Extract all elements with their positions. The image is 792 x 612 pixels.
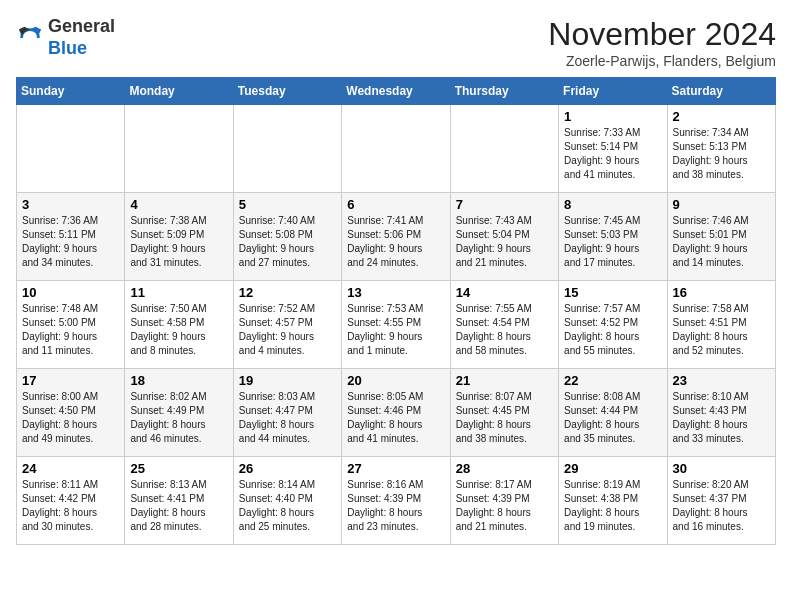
calendar-cell: 6Sunrise: 7:41 AM Sunset: 5:06 PM Daylig… bbox=[342, 193, 450, 281]
day-info: Sunrise: 7:40 AM Sunset: 5:08 PM Dayligh… bbox=[239, 214, 336, 270]
day-number: 23 bbox=[673, 373, 770, 388]
day-number: 11 bbox=[130, 285, 227, 300]
day-number: 24 bbox=[22, 461, 119, 476]
calendar-cell: 10Sunrise: 7:48 AM Sunset: 5:00 PM Dayli… bbox=[17, 281, 125, 369]
day-info: Sunrise: 8:11 AM Sunset: 4:42 PM Dayligh… bbox=[22, 478, 119, 534]
calendar-cell: 21Sunrise: 8:07 AM Sunset: 4:45 PM Dayli… bbox=[450, 369, 558, 457]
day-number: 22 bbox=[564, 373, 661, 388]
day-of-week-header: Sunday bbox=[17, 78, 125, 105]
calendar-cell bbox=[125, 105, 233, 193]
day-of-week-header: Tuesday bbox=[233, 78, 341, 105]
calendar-cell: 30Sunrise: 8:20 AM Sunset: 4:37 PM Dayli… bbox=[667, 457, 775, 545]
day-info: Sunrise: 7:48 AM Sunset: 5:00 PM Dayligh… bbox=[22, 302, 119, 358]
logo: General Blue bbox=[16, 16, 115, 59]
calendar-cell: 16Sunrise: 7:58 AM Sunset: 4:51 PM Dayli… bbox=[667, 281, 775, 369]
calendar-cell: 9Sunrise: 7:46 AM Sunset: 5:01 PM Daylig… bbox=[667, 193, 775, 281]
day-number: 8 bbox=[564, 197, 661, 212]
calendar-cell: 8Sunrise: 7:45 AM Sunset: 5:03 PM Daylig… bbox=[559, 193, 667, 281]
day-number: 13 bbox=[347, 285, 444, 300]
day-number: 29 bbox=[564, 461, 661, 476]
calendar-cell: 15Sunrise: 7:57 AM Sunset: 4:52 PM Dayli… bbox=[559, 281, 667, 369]
day-number: 16 bbox=[673, 285, 770, 300]
page-header: General Blue November 2024 Zoerle-Parwij… bbox=[16, 16, 776, 69]
location: Zoerle-Parwijs, Flanders, Belgium bbox=[548, 53, 776, 69]
calendar-cell: 22Sunrise: 8:08 AM Sunset: 4:44 PM Dayli… bbox=[559, 369, 667, 457]
day-number: 6 bbox=[347, 197, 444, 212]
day-number: 4 bbox=[130, 197, 227, 212]
calendar-cell bbox=[342, 105, 450, 193]
calendar-cell: 28Sunrise: 8:17 AM Sunset: 4:39 PM Dayli… bbox=[450, 457, 558, 545]
calendar-cell bbox=[17, 105, 125, 193]
day-number: 7 bbox=[456, 197, 553, 212]
calendar-cell: 7Sunrise: 7:43 AM Sunset: 5:04 PM Daylig… bbox=[450, 193, 558, 281]
day-number: 5 bbox=[239, 197, 336, 212]
day-info: Sunrise: 8:03 AM Sunset: 4:47 PM Dayligh… bbox=[239, 390, 336, 446]
day-number: 10 bbox=[22, 285, 119, 300]
calendar-cell: 27Sunrise: 8:16 AM Sunset: 4:39 PM Dayli… bbox=[342, 457, 450, 545]
day-info: Sunrise: 7:58 AM Sunset: 4:51 PM Dayligh… bbox=[673, 302, 770, 358]
calendar-cell: 23Sunrise: 8:10 AM Sunset: 4:43 PM Dayli… bbox=[667, 369, 775, 457]
calendar-cell: 20Sunrise: 8:05 AM Sunset: 4:46 PM Dayli… bbox=[342, 369, 450, 457]
day-number: 26 bbox=[239, 461, 336, 476]
calendar-cell: 12Sunrise: 7:52 AM Sunset: 4:57 PM Dayli… bbox=[233, 281, 341, 369]
day-number: 1 bbox=[564, 109, 661, 124]
calendar-cell: 17Sunrise: 8:00 AM Sunset: 4:50 PM Dayli… bbox=[17, 369, 125, 457]
day-number: 2 bbox=[673, 109, 770, 124]
calendar-cell: 26Sunrise: 8:14 AM Sunset: 4:40 PM Dayli… bbox=[233, 457, 341, 545]
day-info: Sunrise: 7:55 AM Sunset: 4:54 PM Dayligh… bbox=[456, 302, 553, 358]
calendar-cell: 24Sunrise: 8:11 AM Sunset: 4:42 PM Dayli… bbox=[17, 457, 125, 545]
day-info: Sunrise: 8:05 AM Sunset: 4:46 PM Dayligh… bbox=[347, 390, 444, 446]
day-number: 9 bbox=[673, 197, 770, 212]
day-info: Sunrise: 8:08 AM Sunset: 4:44 PM Dayligh… bbox=[564, 390, 661, 446]
day-of-week-header: Monday bbox=[125, 78, 233, 105]
day-number: 18 bbox=[130, 373, 227, 388]
calendar-cell: 2Sunrise: 7:34 AM Sunset: 5:13 PM Daylig… bbox=[667, 105, 775, 193]
calendar-cell: 19Sunrise: 8:03 AM Sunset: 4:47 PM Dayli… bbox=[233, 369, 341, 457]
day-info: Sunrise: 7:36 AM Sunset: 5:11 PM Dayligh… bbox=[22, 214, 119, 270]
day-info: Sunrise: 8:10 AM Sunset: 4:43 PM Dayligh… bbox=[673, 390, 770, 446]
day-info: Sunrise: 8:07 AM Sunset: 4:45 PM Dayligh… bbox=[456, 390, 553, 446]
day-of-week-header: Thursday bbox=[450, 78, 558, 105]
day-info: Sunrise: 7:34 AM Sunset: 5:13 PM Dayligh… bbox=[673, 126, 770, 182]
day-info: Sunrise: 7:33 AM Sunset: 5:14 PM Dayligh… bbox=[564, 126, 661, 182]
day-info: Sunrise: 7:50 AM Sunset: 4:58 PM Dayligh… bbox=[130, 302, 227, 358]
day-number: 15 bbox=[564, 285, 661, 300]
calendar-cell: 14Sunrise: 7:55 AM Sunset: 4:54 PM Dayli… bbox=[450, 281, 558, 369]
day-info: Sunrise: 7:52 AM Sunset: 4:57 PM Dayligh… bbox=[239, 302, 336, 358]
day-info: Sunrise: 8:20 AM Sunset: 4:37 PM Dayligh… bbox=[673, 478, 770, 534]
day-info: Sunrise: 8:19 AM Sunset: 4:38 PM Dayligh… bbox=[564, 478, 661, 534]
calendar-cell: 25Sunrise: 8:13 AM Sunset: 4:41 PM Dayli… bbox=[125, 457, 233, 545]
calendar-cell: 18Sunrise: 8:02 AM Sunset: 4:49 PM Dayli… bbox=[125, 369, 233, 457]
day-number: 14 bbox=[456, 285, 553, 300]
month-title: November 2024 bbox=[548, 16, 776, 53]
day-number: 21 bbox=[456, 373, 553, 388]
calendar-cell: 11Sunrise: 7:50 AM Sunset: 4:58 PM Dayli… bbox=[125, 281, 233, 369]
day-number: 25 bbox=[130, 461, 227, 476]
day-info: Sunrise: 7:53 AM Sunset: 4:55 PM Dayligh… bbox=[347, 302, 444, 358]
day-number: 28 bbox=[456, 461, 553, 476]
calendar-cell: 1Sunrise: 7:33 AM Sunset: 5:14 PM Daylig… bbox=[559, 105, 667, 193]
day-info: Sunrise: 7:45 AM Sunset: 5:03 PM Dayligh… bbox=[564, 214, 661, 270]
day-info: Sunrise: 8:17 AM Sunset: 4:39 PM Dayligh… bbox=[456, 478, 553, 534]
day-of-week-header: Friday bbox=[559, 78, 667, 105]
day-info: Sunrise: 8:16 AM Sunset: 4:39 PM Dayligh… bbox=[347, 478, 444, 534]
day-info: Sunrise: 7:46 AM Sunset: 5:01 PM Dayligh… bbox=[673, 214, 770, 270]
calendar-cell: 29Sunrise: 8:19 AM Sunset: 4:38 PM Dayli… bbox=[559, 457, 667, 545]
calendar-cell: 4Sunrise: 7:38 AM Sunset: 5:09 PM Daylig… bbox=[125, 193, 233, 281]
day-info: Sunrise: 7:41 AM Sunset: 5:06 PM Dayligh… bbox=[347, 214, 444, 270]
day-number: 20 bbox=[347, 373, 444, 388]
day-number: 17 bbox=[22, 373, 119, 388]
day-number: 27 bbox=[347, 461, 444, 476]
day-info: Sunrise: 8:14 AM Sunset: 4:40 PM Dayligh… bbox=[239, 478, 336, 534]
day-number: 19 bbox=[239, 373, 336, 388]
day-number: 12 bbox=[239, 285, 336, 300]
day-of-week-header: Saturday bbox=[667, 78, 775, 105]
logo-icon bbox=[16, 24, 44, 52]
calendar-cell: 3Sunrise: 7:36 AM Sunset: 5:11 PM Daylig… bbox=[17, 193, 125, 281]
calendar-table: SundayMondayTuesdayWednesdayThursdayFrid… bbox=[16, 77, 776, 545]
day-info: Sunrise: 8:02 AM Sunset: 4:49 PM Dayligh… bbox=[130, 390, 227, 446]
calendar-cell: 13Sunrise: 7:53 AM Sunset: 4:55 PM Dayli… bbox=[342, 281, 450, 369]
day-of-week-header: Wednesday bbox=[342, 78, 450, 105]
day-info: Sunrise: 7:57 AM Sunset: 4:52 PM Dayligh… bbox=[564, 302, 661, 358]
day-info: Sunrise: 7:43 AM Sunset: 5:04 PM Dayligh… bbox=[456, 214, 553, 270]
